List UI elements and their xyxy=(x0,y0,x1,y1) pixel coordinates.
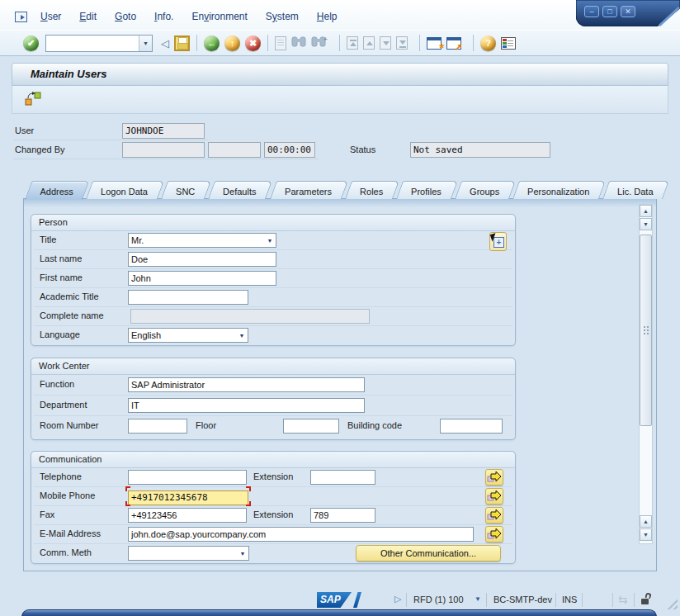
enter-icon[interactable]: ✔ xyxy=(23,36,39,51)
system-session-text: RFD (1) 100 xyxy=(413,595,464,604)
print-icon[interactable] xyxy=(275,36,286,50)
tab-groups[interactable]: Groups xyxy=(455,181,516,199)
person-header: Person xyxy=(31,215,515,231)
swap-icon[interactable]: ⇆ xyxy=(618,593,628,606)
field-row: Academic Title xyxy=(34,288,512,307)
tab-lic-data[interactable]: Lic. Data xyxy=(602,181,669,199)
page-title: Maintain Users xyxy=(12,63,668,86)
unlock-icon[interactable] xyxy=(641,593,652,604)
expand-messages-icon[interactable]: ▷ xyxy=(394,594,401,604)
create-mobile-request-button[interactable] xyxy=(485,488,503,505)
last-page-icon[interactable] xyxy=(396,36,408,50)
mobile-phone-label: Mobile Phone xyxy=(40,490,95,500)
command-field: ▼ xyxy=(45,35,153,52)
menu-goto[interactable]: Goto xyxy=(115,11,136,22)
menu-user[interactable]: User xyxy=(40,11,61,22)
vertical-scrollbar[interactable]: ▲ ▼ ▲ ▼ xyxy=(639,204,653,544)
back-icon[interactable]: ← xyxy=(204,36,220,51)
scroll-up-button[interactable]: ▲ xyxy=(640,205,652,217)
telephone-input[interactable] xyxy=(128,470,247,485)
changed-by-label: Changed By xyxy=(15,145,65,154)
next-page-icon[interactable] xyxy=(380,36,391,50)
floor-input[interactable] xyxy=(283,419,339,434)
tab-roles[interactable]: Roles xyxy=(345,181,399,199)
comm-meth-select[interactable]: ▼ xyxy=(128,546,249,561)
toolbar-separator xyxy=(196,35,197,51)
dropdown-icon: ▼ xyxy=(237,551,248,557)
email-input[interactable] xyxy=(128,527,474,542)
user-label: User xyxy=(15,126,34,135)
first-name-input[interactable] xyxy=(128,271,276,286)
create-shortcut-icon[interactable]: ↗ xyxy=(446,37,461,50)
changed-time-field[interactable] xyxy=(264,142,315,158)
fax-extension-input[interactable] xyxy=(310,508,375,523)
command-input[interactable] xyxy=(46,36,139,51)
menu-bar: User Edit Goto Info. Environment System … xyxy=(15,7,338,26)
tab-parameters[interactable]: Parameters xyxy=(270,181,348,199)
scroll-down-button[interactable]: ▼ xyxy=(640,218,652,230)
session-dropdown-icon[interactable]: ▼ xyxy=(475,595,481,603)
save-icon[interactable] xyxy=(174,36,190,51)
window-bottom-edge xyxy=(21,609,657,616)
tab-personalization[interactable]: Personalization xyxy=(512,181,606,199)
previous-page-icon[interactable] xyxy=(363,36,375,50)
mobile-phone-input[interactable] xyxy=(128,490,248,505)
changed-by-field[interactable] xyxy=(122,142,205,158)
other-communication-button[interactable]: Other Communication... xyxy=(356,545,501,562)
hide-command-field-icon[interactable]: ◁ xyxy=(161,37,169,50)
building-code-input[interactable] xyxy=(440,419,503,434)
menu-environment[interactable]: Environment xyxy=(191,11,247,22)
exit-icon[interactable]: ↑ xyxy=(224,36,240,51)
server-text: BC-SMTP-dev xyxy=(493,595,552,604)
toolbar-separator xyxy=(419,35,420,51)
status-field[interactable] xyxy=(410,142,550,158)
toolbar-separator xyxy=(339,35,340,51)
display-other-address-button[interactable]: + xyxy=(489,232,507,251)
changed-date-field[interactable] xyxy=(208,142,261,158)
command-dropdown-icon[interactable]: ▼ xyxy=(139,36,152,51)
help-icon[interactable]: ? xyxy=(480,36,496,51)
minimize-icon[interactable]: – xyxy=(584,6,599,17)
tab-defaults[interactable]: Defaults xyxy=(208,181,272,199)
work-center-groupbox: Work Center Function Department Room Num… xyxy=(31,358,516,440)
user-field[interactable] xyxy=(122,123,205,139)
create-email-request-button[interactable] xyxy=(485,526,503,543)
customize-local-layout-icon[interactable] xyxy=(501,37,516,50)
tab-address[interactable]: Address xyxy=(25,181,90,200)
fax-label: Fax xyxy=(40,509,54,519)
tab-logon-data[interactable]: Logon Data xyxy=(86,181,164,199)
scrollbar-thumb[interactable] xyxy=(640,235,652,426)
find-icon[interactable] xyxy=(291,35,306,51)
cancel-icon[interactable]: ✖ xyxy=(245,36,261,51)
new-session-icon[interactable]: * xyxy=(427,37,442,50)
complete-name-input xyxy=(130,309,370,324)
menu-info[interactable]: Info. xyxy=(154,11,173,22)
room-number-label: Room Number xyxy=(40,420,99,430)
function-input[interactable] xyxy=(128,377,365,392)
department-input[interactable] xyxy=(128,398,365,413)
title-select[interactable]: Mr. ▼ xyxy=(128,233,276,248)
close-icon[interactable]: ✕ xyxy=(621,6,635,17)
scroll-up-button-bottom[interactable]: ▲ xyxy=(640,515,652,528)
find-next-icon[interactable]: + xyxy=(311,35,328,51)
menu-system[interactable]: System xyxy=(266,11,299,22)
menu-help[interactable]: Help xyxy=(317,11,338,22)
tab-profiles[interactable]: Profiles xyxy=(396,181,458,199)
fax-input[interactable] xyxy=(128,508,247,523)
menu-edit[interactable]: Edit xyxy=(79,11,97,22)
first-page-icon[interactable] xyxy=(347,36,358,50)
telephone-extension-input[interactable] xyxy=(310,470,375,485)
field-row: Title Mr. ▼ + xyxy=(34,231,512,250)
floor-label: Floor xyxy=(196,420,216,430)
room-number-input[interactable] xyxy=(128,419,187,434)
create-fax-request-button[interactable] xyxy=(485,507,503,524)
system-menu-icon[interactable] xyxy=(15,12,27,22)
last-name-input[interactable] xyxy=(128,252,276,267)
maximize-icon[interactable]: □ xyxy=(602,6,617,17)
references-icon[interactable] xyxy=(24,90,42,109)
create-telephone-request-button[interactable] xyxy=(485,469,503,486)
tab-snc[interactable]: SNC xyxy=(161,181,211,199)
language-select[interactable]: English ▼ xyxy=(128,328,248,343)
scroll-down-button-bottom[interactable]: ▼ xyxy=(640,528,652,541)
academic-title-input[interactable] xyxy=(128,290,248,305)
